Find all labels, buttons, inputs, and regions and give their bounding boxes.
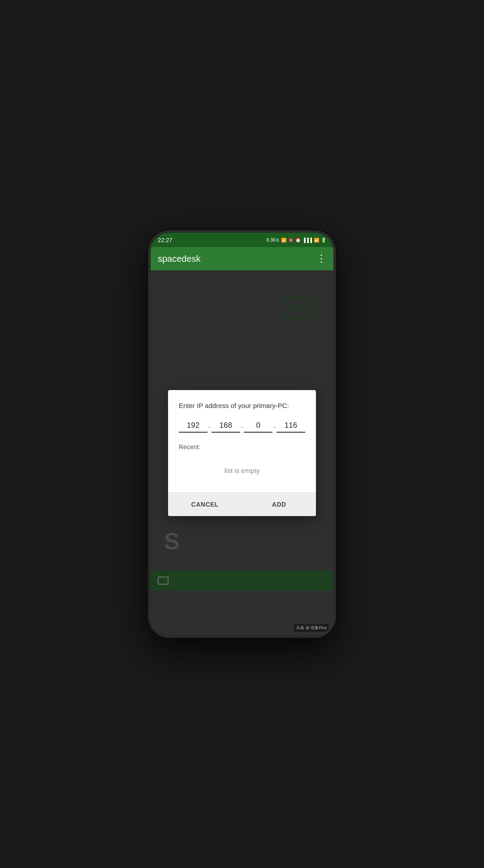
overflow-menu-icon[interactable]: ⋮ [316, 253, 326, 265]
dialog-title: Enter IP address of your primary-PC: [179, 401, 305, 410]
ip-segment-3 [244, 421, 272, 433]
ip-segment-1 [179, 421, 207, 433]
signal-icon: ▐▐▐ [302, 238, 312, 243]
status-bar: 22:27 8.3K/s 📶 🔇 ⏰ ▐▐▐ 📶 🔋 [151, 233, 333, 247]
list-empty-text: list is empty [179, 458, 305, 492]
ip-dialog: Enter IP address of your primary-PC: . . [168, 390, 316, 516]
phone-screen: 22:27 8.3K/s 📶 🔇 ⏰ ▐▐▐ 📶 🔋 spacedesk ⋮ X… [151, 233, 333, 635]
alarm-icon: ⏰ [295, 238, 301, 243]
wifi-icon: 📶 [314, 238, 319, 243]
ip-dot-3: . [272, 421, 277, 433]
add-button[interactable]: ADD [242, 493, 316, 516]
ip-octet-4[interactable] [277, 421, 305, 433]
ip-octet-2[interactable] [212, 421, 240, 433]
ip-octet-3[interactable] [244, 421, 272, 433]
status-icons: 8.3K/s 📶 🔇 ⏰ ▐▐▐ 📶 🔋 [266, 238, 326, 243]
recent-label: Recent: [179, 443, 305, 451]
ip-octet-1[interactable] [179, 421, 207, 433]
watermark: 头条 @ 佰集Plus [294, 624, 329, 632]
ip-segment-2 [212, 421, 240, 433]
ip-fields: . . . [179, 421, 305, 433]
app-bar: spacedesk ⋮ [151, 247, 333, 270]
mute-icon: 🔇 [288, 238, 294, 243]
status-time: 22:27 [158, 237, 173, 243]
ip-dot-1: . [207, 421, 212, 433]
network-speed: 8.3K/s [266, 238, 279, 243]
scrim-overlay: Enter IP address of your primary-PC: . . [151, 270, 333, 635]
bluetooth-icon: 📶 [281, 238, 286, 243]
ip-dot-2: . [240, 421, 244, 433]
dialog-buttons: CANCEL ADD [168, 492, 316, 516]
main-content: X10 S Enter IP address of your primary-P… [151, 270, 333, 635]
ip-segment-4 [277, 421, 305, 433]
cancel-button[interactable]: CANCEL [168, 493, 242, 516]
app-title: spacedesk [158, 254, 201, 264]
phone-frame: 22:27 8.3K/s 📶 🔇 ⏰ ▐▐▐ 📶 🔋 spacedesk ⋮ X… [148, 230, 336, 638]
battery-icon: 🔋 [321, 238, 326, 243]
